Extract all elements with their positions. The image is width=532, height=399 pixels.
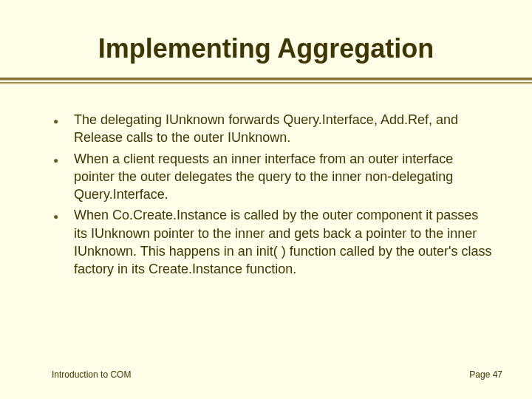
- bullet-icon: ●: [52, 111, 74, 130]
- footer-right: Page 47: [469, 369, 502, 380]
- bullet-icon: ●: [52, 206, 74, 225]
- slide-title: Implementing Aggregation: [0, 33, 532, 64]
- title-divider: [0, 78, 532, 83]
- list-item: ● The delegating IUnknown forwards Query…: [52, 111, 495, 147]
- list-item: ● When Co.Create.Instance is called by t…: [52, 206, 495, 278]
- bullet-text: The delegating IUnknown forwards Query.I…: [74, 111, 495, 147]
- bullet-icon: ●: [52, 150, 74, 169]
- footer-left: Introduction to COM: [52, 369, 131, 380]
- bullet-text: When Co.Create.Instance is called by the…: [74, 206, 495, 278]
- slide: Implementing Aggregation ● The delegatin…: [0, 0, 532, 399]
- bullet-text: When a client requests an inner interfac…: [74, 150, 495, 204]
- list-item: ● When a client requests an inner interf…: [52, 150, 495, 204]
- slide-content: ● The delegating IUnknown forwards Query…: [52, 111, 495, 282]
